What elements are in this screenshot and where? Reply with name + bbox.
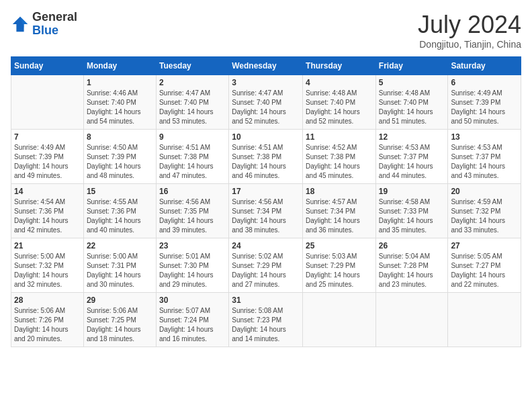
day-detail: Sunrise: 4:57 AM Sunset: 7:34 PM Dayligh… [306,197,373,235]
day-number: 10 [232,132,300,142]
day-detail: Sunrise: 5:00 AM Sunset: 7:32 PM Dayligh… [14,252,81,289]
weekday-header: Monday [83,57,156,75]
day-detail: Sunrise: 4:55 AM Sunset: 7:36 PM Dayligh… [87,197,153,235]
calendar-cell: 8Sunrise: 4:50 AM Sunset: 7:39 PM Daylig… [83,130,156,184]
calendar-week-row: 7Sunrise: 4:49 AM Sunset: 7:39 PM Daylig… [11,130,521,184]
calendar-cell: 4Sunrise: 4:48 AM Sunset: 7:40 PM Daylig… [303,75,376,130]
day-number: 13 [451,132,518,142]
day-detail: Sunrise: 4:51 AM Sunset: 7:38 PM Dayligh… [232,143,300,181]
day-detail: Sunrise: 4:49 AM Sunset: 7:39 PM Dayligh… [14,143,81,181]
calendar-cell: 27Sunrise: 5:05 AM Sunset: 7:27 PM Dayli… [448,238,521,293]
calendar-cell: 21Sunrise: 5:00 AM Sunset: 7:32 PM Dayli… [11,238,84,293]
calendar-week-row: 21Sunrise: 5:00 AM Sunset: 7:32 PM Dayli… [11,238,521,293]
day-detail: Sunrise: 5:08 AM Sunset: 7:23 PM Dayligh… [232,306,300,344]
calendar-cell: 1Sunrise: 4:46 AM Sunset: 7:40 PM Daylig… [83,75,156,130]
day-detail: Sunrise: 5:00 AM Sunset: 7:31 PM Dayligh… [87,252,153,289]
day-number: 22 [87,241,153,250]
logo-general: General [32,10,77,24]
day-detail: Sunrise: 5:07 AM Sunset: 7:24 PM Dayligh… [159,306,226,344]
calendar-cell: 24Sunrise: 5:02 AM Sunset: 7:29 PM Dayli… [229,238,303,293]
day-number: 17 [232,187,300,196]
day-detail: Sunrise: 5:01 AM Sunset: 7:30 PM Dayligh… [159,252,226,289]
calendar-cell: 2Sunrise: 4:47 AM Sunset: 7:40 PM Daylig… [156,75,228,130]
calendar-cell: 26Sunrise: 5:04 AM Sunset: 7:28 PM Dayli… [375,238,448,293]
day-number: 19 [379,187,445,196]
logo: General Blue [11,11,77,38]
weekday-header: Tuesday [156,57,228,75]
day-number: 26 [379,241,445,250]
calendar-cell: 29Sunrise: 5:06 AM Sunset: 7:25 PM Dayli… [83,293,156,347]
day-detail: Sunrise: 4:56 AM Sunset: 7:35 PM Dayligh… [159,197,226,235]
day-detail: Sunrise: 5:05 AM Sunset: 7:27 PM Dayligh… [451,252,518,289]
calendar-cell [303,293,376,347]
day-detail: Sunrise: 4:53 AM Sunset: 7:37 PM Dayligh… [451,143,518,181]
calendar-cell: 17Sunrise: 4:56 AM Sunset: 7:34 PM Dayli… [229,184,303,238]
calendar-week-row: 1Sunrise: 4:46 AM Sunset: 7:40 PM Daylig… [11,75,521,130]
day-number: 4 [306,78,373,87]
day-detail: Sunrise: 4:46 AM Sunset: 7:40 PM Dayligh… [87,89,153,126]
location: Dongjituo, Tianjin, China [418,39,521,50]
day-number: 29 [87,295,153,305]
calendar-cell: 28Sunrise: 5:06 AM Sunset: 7:26 PM Dayli… [11,293,84,347]
day-number: 21 [14,241,81,250]
calendar-cell: 7Sunrise: 4:49 AM Sunset: 7:39 PM Daylig… [11,130,84,184]
day-number: 15 [87,187,153,196]
day-number: 3 [232,78,300,87]
day-detail: Sunrise: 4:48 AM Sunset: 7:40 PM Dayligh… [306,89,373,126]
day-detail: Sunrise: 5:04 AM Sunset: 7:28 PM Dayligh… [379,252,445,289]
calendar-cell: 6Sunrise: 4:49 AM Sunset: 7:39 PM Daylig… [448,75,521,130]
day-detail: Sunrise: 4:52 AM Sunset: 7:38 PM Dayligh… [306,143,373,181]
weekday-header: Sunday [11,57,84,75]
day-detail: Sunrise: 4:56 AM Sunset: 7:34 PM Dayligh… [232,197,300,235]
day-number: 30 [159,295,226,305]
calendar-cell: 30Sunrise: 5:07 AM Sunset: 7:24 PM Dayli… [156,293,228,347]
calendar-cell: 3Sunrise: 4:47 AM Sunset: 7:40 PM Daylig… [229,75,303,130]
day-detail: Sunrise: 4:47 AM Sunset: 7:40 PM Dayligh… [232,89,300,126]
calendar-cell: 23Sunrise: 5:01 AM Sunset: 7:30 PM Dayli… [156,238,228,293]
title-block: July 2024 Dongjituo, Tianjin, China [418,11,521,50]
weekday-header: Thursday [303,57,376,75]
day-number: 12 [379,132,445,142]
day-detail: Sunrise: 5:06 AM Sunset: 7:25 PM Dayligh… [87,306,153,344]
day-number: 25 [306,241,373,250]
logo-icon [11,15,30,34]
day-detail: Sunrise: 4:51 AM Sunset: 7:38 PM Dayligh… [159,143,226,181]
calendar-cell [448,293,521,347]
day-number: 28 [14,295,81,305]
day-detail: Sunrise: 4:50 AM Sunset: 7:39 PM Dayligh… [87,143,153,181]
logo-text: General Blue [32,11,77,38]
day-detail: Sunrise: 4:59 AM Sunset: 7:32 PM Dayligh… [451,197,518,235]
day-detail: Sunrise: 4:47 AM Sunset: 7:40 PM Dayligh… [159,89,226,126]
day-number: 8 [87,132,153,142]
day-detail: Sunrise: 4:49 AM Sunset: 7:39 PM Dayligh… [451,89,518,126]
calendar-cell: 13Sunrise: 4:53 AM Sunset: 7:37 PM Dayli… [448,130,521,184]
day-number: 14 [14,187,81,196]
calendar-cell: 11Sunrise: 4:52 AM Sunset: 7:38 PM Dayli… [303,130,376,184]
calendar-cell: 18Sunrise: 4:57 AM Sunset: 7:34 PM Dayli… [303,184,376,238]
calendar-cell [375,293,448,347]
month-title: July 2024 [418,11,521,39]
day-number: 23 [159,241,226,250]
day-number: 5 [379,78,445,87]
day-number: 2 [159,78,226,87]
day-number: 27 [451,241,518,250]
weekday-header: Saturday [448,57,521,75]
calendar-cell: 12Sunrise: 4:53 AM Sunset: 7:37 PM Dayli… [375,130,448,184]
day-number: 9 [159,132,226,142]
day-detail: Sunrise: 5:02 AM Sunset: 7:29 PM Dayligh… [232,252,300,289]
day-number: 7 [14,132,81,142]
calendar-cell [11,75,84,130]
day-detail: Sunrise: 4:58 AM Sunset: 7:33 PM Dayligh… [379,197,445,235]
logo-blue: Blue [32,24,58,37]
day-number: 24 [232,241,300,250]
calendar-table: SundayMondayTuesdayWednesdayThursdayFrid… [11,56,521,347]
day-number: 11 [306,132,373,142]
calendar-cell: 19Sunrise: 4:58 AM Sunset: 7:33 PM Dayli… [375,184,448,238]
day-detail: Sunrise: 4:48 AM Sunset: 7:40 PM Dayligh… [379,89,445,126]
day-number: 31 [232,295,300,305]
day-number: 18 [306,187,373,196]
calendar-cell: 20Sunrise: 4:59 AM Sunset: 7:32 PM Dayli… [448,184,521,238]
day-detail: Sunrise: 5:06 AM Sunset: 7:26 PM Dayligh… [14,306,81,344]
calendar-cell: 10Sunrise: 4:51 AM Sunset: 7:38 PM Dayli… [229,130,303,184]
calendar-cell: 15Sunrise: 4:55 AM Sunset: 7:36 PM Dayli… [83,184,156,238]
